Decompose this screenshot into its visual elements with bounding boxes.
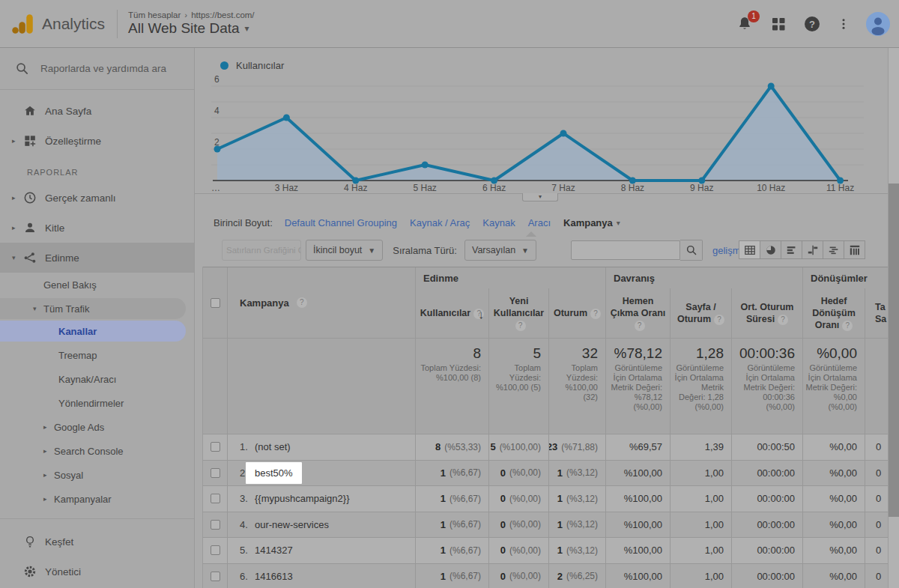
- cell-sessions: 1(%3,12): [548, 512, 605, 538]
- cell-sessions: 2(%6,25): [548, 563, 605, 588]
- select-all-checkbox[interactable]: [211, 298, 220, 308]
- metric-percent: (%0,00): [509, 519, 541, 530]
- scrollbar-thumb[interactable]: [889, 184, 899, 517]
- primary-dimension-option[interactable]: Kaynak: [482, 217, 515, 228]
- sidebar-item-kanallar[interactable]: Kanallar: [0, 321, 186, 342]
- summary-note: Toplam Yüzdesi: %100,00 (32): [551, 363, 598, 402]
- summary-note: Görüntüleme İçin Ortalama Metrik Değeri:…: [673, 363, 724, 412]
- column-header-2[interactable]: Yeni Kullanıcılar?: [488, 288, 548, 338]
- cell-goal_rate: %0,00: [802, 512, 865, 538]
- sidebar-item-edinme[interactable]: ▾Edinme: [0, 243, 194, 273]
- sidebar-item-yonetici[interactable]: Yönetici: [0, 557, 194, 587]
- view-toggle-group: [739, 240, 865, 259]
- notifications-bell-icon[interactable]: 1: [736, 15, 754, 33]
- sidebar-item-search-console[interactable]: ▸Search Console: [0, 439, 194, 463]
- sidebar-item-kitle[interactable]: ▸Kitle: [0, 213, 194, 243]
- percentage-view-button[interactable]: [760, 240, 781, 259]
- chart-collapse-button[interactable]: ▾: [522, 193, 558, 201]
- more-vertical-icon[interactable]: [837, 15, 850, 33]
- metric-percent: (%3,12): [566, 494, 598, 504]
- row-checkbox[interactable]: [211, 442, 220, 452]
- primary-dimension-option[interactable]: Aracı: [528, 217, 551, 228]
- summary-checkbox-cell: [203, 338, 227, 434]
- sidebar-item-sosyal[interactable]: ▸Sosyal: [0, 463, 194, 487]
- sidebar-item-treemap[interactable]: Treemap: [0, 343, 194, 367]
- vertical-scrollbar[interactable]: [888, 48, 899, 588]
- cell-goal_completions: 0: [865, 537, 888, 563]
- app-header: Analytics Tüm hesaplar › https://best.co…: [0, 0, 899, 48]
- analytics-brand[interactable]: Analytics: [0, 11, 105, 37]
- cell-sessions: 23(%71,88): [548, 434, 605, 460]
- column-header-1[interactable]: Kullanıcılar?↓: [415, 288, 488, 338]
- help-icon[interactable]: ?: [590, 309, 601, 319]
- performance-view-button[interactable]: [781, 240, 802, 259]
- metric-percent: (%0,00): [509, 467, 541, 478]
- sidebar-item-tum-trafik[interactable]: ▾Tüm Trafik: [0, 298, 186, 319]
- row-checkbox[interactable]: [211, 468, 220, 478]
- column-header-7[interactable]: Hedef Dönüşüm Oranı?: [802, 288, 865, 338]
- summary-note: Görüntüleme İçin Ortalama Metrik Değeri:…: [734, 363, 795, 412]
- sidebar-item-ana-sayfa[interactable]: Ana Sayfa: [0, 96, 194, 126]
- sidebar-item-label: Gerçek zamanlı: [45, 193, 116, 204]
- help-icon[interactable]: ?: [714, 315, 724, 325]
- column-header-3[interactable]: Oturum?: [548, 288, 605, 338]
- summary-metric-7: %0,00Görüntüleme İçin Ortalama Metrik De…: [802, 338, 865, 434]
- sidebar-item-kesfet[interactable]: Keşfet: [0, 527, 194, 557]
- help-icon[interactable]: ?: [803, 15, 821, 33]
- column-header-5[interactable]: Sayfa / Oturum?: [670, 288, 731, 338]
- campaign-table: Kampanya?EdinmeDavranışDönüşümlerKullanı…: [203, 267, 888, 588]
- sidebar-search[interactable]: Raporlarda ve yardımda ara: [0, 48, 194, 90]
- row-checkbox[interactable]: [211, 572, 220, 581]
- account-switcher[interactable]: Tüm hesaplar › https://best.com/ All Web…: [128, 10, 255, 37]
- help-icon[interactable]: ?: [842, 321, 853, 331]
- column-header-8[interactable]: Ta Sa: [865, 288, 888, 338]
- pivot-view-button[interactable]: [844, 240, 865, 259]
- summary-metric-4: %78,12Görüntüleme İçin Ortalama Metrik D…: [605, 338, 670, 434]
- help-icon[interactable]: ?: [778, 315, 788, 325]
- row-checkbox[interactable]: [211, 545, 220, 555]
- help-icon[interactable]: ?: [515, 321, 526, 331]
- svg-text:6 Haz: 6 Haz: [482, 183, 506, 193]
- cell-users: 1(%6,67): [415, 485, 488, 512]
- campaign-name: {{mypushcampaign2}}: [255, 493, 349, 504]
- column-header-6[interactable]: Ort. Oturum Süresi?: [731, 288, 802, 338]
- help-icon[interactable]: ?: [297, 297, 307, 308]
- term-cloud-view-button[interactable]: [823, 240, 844, 259]
- cell-bounce: %100,00: [605, 537, 670, 563]
- comparison-view-button[interactable]: [802, 240, 823, 259]
- metric-value: %0,00: [829, 467, 857, 479]
- summary-metric-3: 32Toplam Yüzdesi: %100,00 (32): [548, 338, 605, 434]
- column-header-4[interactable]: Hemen Çıkma Oranı?: [605, 288, 670, 338]
- chevron-right-icon: ▸: [43, 423, 54, 431]
- cell-users: 1(%6,67): [415, 563, 488, 588]
- sidebar-item-gercek-zamanli[interactable]: ▸Gerçek zamanlı: [0, 183, 194, 213]
- metric-group-header: Dönüşümler: [802, 267, 888, 288]
- summary-campaign-cell: [227, 338, 415, 434]
- row-checkbox[interactable]: [211, 520, 220, 530]
- sidebar-item-ozellestirme[interactable]: ▸Özelleştirme: [0, 126, 194, 156]
- sidebar-item-kaynak-araci[interactable]: Kaynak/Aracı: [0, 367, 194, 391]
- metric-value: 1: [441, 545, 446, 556]
- metric-percent: (%6,67): [450, 545, 481, 556]
- sort-type-button[interactable]: Varsayılan ▼: [464, 240, 536, 261]
- user-avatar[interactable]: [866, 12, 890, 36]
- secondary-dimension-button[interactable]: İkincil boyut ▼: [306, 240, 383, 261]
- sidebar-item-genel-bakis[interactable]: Genel Bakış: [0, 273, 194, 297]
- property-title[interactable]: All Web Site Data: [128, 20, 240, 37]
- column-header-label: Oturum?: [554, 307, 601, 319]
- table-view-button[interactable]: [739, 240, 760, 259]
- table-search-button[interactable]: [680, 240, 703, 261]
- campaign-column-header[interactable]: Kampanya?: [227, 267, 415, 338]
- svg-text:8 Haz: 8 Haz: [621, 183, 644, 193]
- sidebar-item-google-ads[interactable]: ▸Google Ads: [0, 415, 194, 439]
- help-icon[interactable]: ?: [635, 321, 645, 331]
- primary-dimension-option[interactable]: Default Channel Grouping: [285, 217, 397, 228]
- sidebar-item-yonlendirmeler[interactable]: Yönlendirmeler: [0, 391, 194, 415]
- primary-dimension-option[interactable]: Kaynak / Araç: [410, 217, 470, 228]
- row-checkbox[interactable]: [211, 494, 220, 503]
- sidebar-item-kampanyalar[interactable]: ▸Kampanyalar: [0, 487, 194, 511]
- metric-value: 00:00:00: [757, 493, 795, 504]
- table-search-input[interactable]: [571, 240, 680, 260]
- primary-dimension-selected[interactable]: Kampanya: [563, 217, 613, 228]
- apps-grid-icon[interactable]: [769, 15, 787, 33]
